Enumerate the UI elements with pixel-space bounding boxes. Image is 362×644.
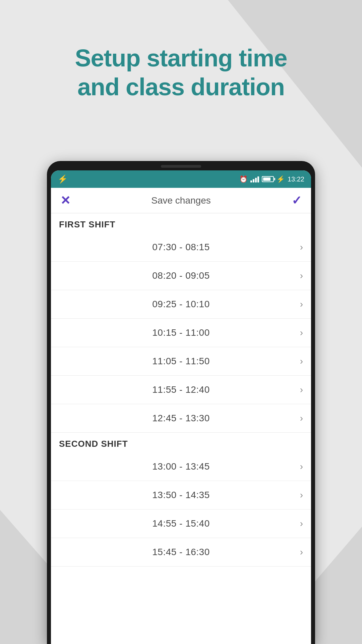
signal-bar-1 [250,180,252,182]
chevron-right-icon: › [300,384,303,395]
chevron-right-icon: › [300,356,303,367]
page-title-area: Setup starting time and class duration [0,44,362,102]
time-slot-row[interactable]: 09:25 - 10:10› [51,290,311,319]
battery-icon [262,176,274,182]
signal-bar-2 [253,179,254,182]
chevron-right-icon: › [300,461,303,472]
confirm-button[interactable]: ✓ [292,195,302,207]
chevron-right-icon: › [300,413,303,424]
chevron-right-icon: › [300,547,303,557]
time-slot-row[interactable]: 13:50 - 14:35› [51,481,311,509]
time-slot-text: 10:15 - 11:00 [152,327,210,338]
section-header-0: FIRST SHIFT [51,213,311,233]
time-slot-row[interactable]: 11:55 - 12:40› [51,376,311,404]
time-slot-text: 07:30 - 08:15 [152,242,210,253]
time-slot-row[interactable]: 14:55 - 15:40› [51,509,311,538]
cancel-button[interactable]: ✕ [60,195,70,207]
time-slot-text: 11:55 - 12:40 [152,384,210,395]
chevron-right-icon: › [300,270,303,281]
section-header-1: SECOND SHIFT [51,433,311,452]
phone-speaker [161,165,201,168]
signal-bars [250,176,259,182]
time-slot-text: 09:25 - 10:10 [152,299,210,310]
time-slot-text: 08:20 - 09:05 [152,270,210,281]
battery-fill [263,177,270,181]
chevron-right-icon: › [300,299,303,310]
page-title: Setup starting time and class duration [34,44,328,102]
usb-icon: ⚡ [58,174,68,184]
phone-mockup: ⚡ ⏰ ⚡ 13:22 ✕ Save changes ✓ [47,161,315,644]
time-slot-text: 13:50 - 14:35 [152,490,210,500]
status-bar-right: ⏰ ⚡ 13:22 [239,175,304,183]
status-bar: ⚡ ⏰ ⚡ 13:22 [51,170,311,188]
time-slot-text: 12:45 - 13:30 [152,413,210,424]
time-slot-row[interactable]: 08:20 - 09:05› [51,262,311,290]
time-slot-text: 15:45 - 16:30 [152,547,210,557]
time-slot-text: 13:00 - 13:45 [152,461,210,472]
page-title-line1: Setup starting time [75,45,287,71]
phone-screen: ⚡ ⏰ ⚡ 13:22 ✕ Save changes ✓ [51,170,311,644]
time-slot-text: 11:05 - 11:50 [152,356,210,367]
signal-bar-4 [257,176,259,182]
chevron-right-icon: › [300,490,303,500]
time-slot-row[interactable]: 12:45 - 13:30› [51,404,311,433]
chevron-right-icon: › [300,242,303,253]
time-slot-row[interactable]: 13:00 - 13:45› [51,452,311,481]
content-area: FIRST SHIFT07:30 - 08:15›08:20 - 09:05›0… [51,213,311,644]
time-slot-row[interactable]: 11:05 - 11:50› [51,347,311,376]
time-slot-row[interactable]: 10:15 - 11:00› [51,319,311,347]
app-toolbar: ✕ Save changes ✓ [51,188,311,213]
signal-bar-3 [255,178,257,182]
time-slot-row[interactable]: 07:30 - 08:15› [51,233,311,262]
time-slot-row[interactable]: 15:45 - 16:30› [51,538,311,567]
chevron-right-icon: › [300,518,303,529]
time-slot-text: 14:55 - 15:40 [152,518,210,529]
page-title-line2: and class duration [77,73,285,100]
status-bar-left: ⚡ [58,174,68,184]
alarm-icon: ⏰ [239,175,248,183]
bolt-icon: ⚡ [277,175,285,183]
chevron-right-icon: › [300,327,303,338]
status-time: 13:22 [288,175,304,183]
toolbar-title: Save changes [151,195,210,206]
